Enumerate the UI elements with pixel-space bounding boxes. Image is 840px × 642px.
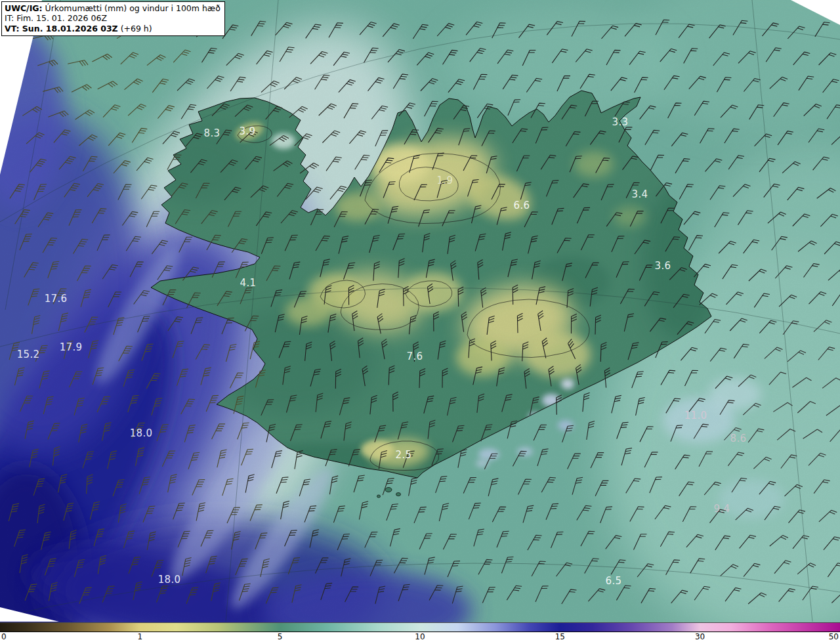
- colorbar-tick-label: 0: [1, 632, 7, 642]
- product-title: UWC/IG: Úrkomumætti (mm) og vindur i 100…: [5, 3, 220, 13]
- colorbar-scale: 01510153050: [0, 632, 840, 642]
- valid-time: VT: Sun. 18.01.2026 03Z (+69 h): [5, 24, 220, 33]
- precipitation-wind-map: [0, 0, 840, 622]
- weather-map-screenshot: 8.33.93.31.93.46.63.64.117.617.915.27.61…: [0, 0, 840, 642]
- colorbar-tick-label: 1: [138, 632, 143, 642]
- map-title-box: UWC/IG: Úrkomumætti (mm) og vindur i 100…: [1, 1, 225, 36]
- colorbar-tick-label: 50: [829, 632, 839, 642]
- colorbar-tick-label: 5: [278, 632, 283, 642]
- product-code: UWC/IG:: [5, 3, 43, 13]
- colorbar-tick-label: 15: [555, 632, 565, 642]
- colorbar-tick-label: 10: [415, 632, 425, 642]
- init-time: IT: Fim. 15. 01. 2026 06Z: [5, 13, 220, 23]
- noise-texture: [0, 0, 840, 622]
- colorbar-tick-label: 30: [695, 632, 705, 642]
- precipitation-colorbar: [0, 622, 840, 632]
